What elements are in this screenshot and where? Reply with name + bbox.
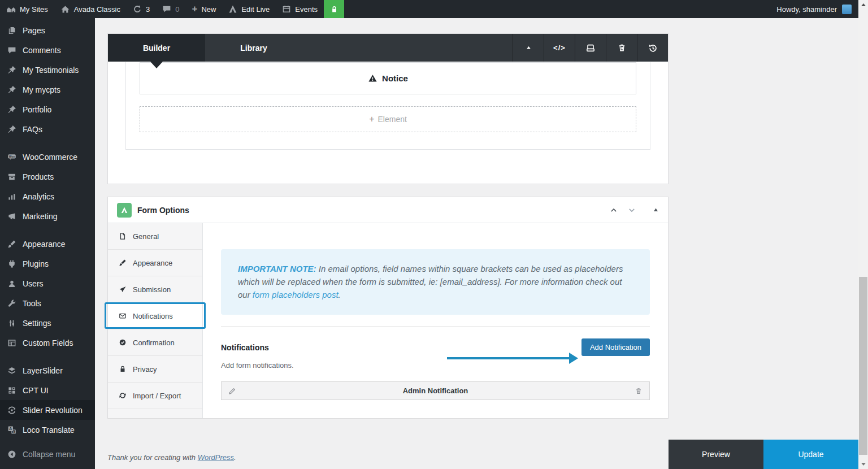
add-element-button[interactable]: + Element [140, 106, 636, 132]
move-down-button[interactable] [628, 206, 636, 214]
sidebar-item-loco-translate[interactable]: AaLoco Translate [0, 420, 95, 440]
admin-bar: My Sites Avada Classic 3 0 + New Edit Li… [0, 0, 858, 18]
sidebar-item-custom-fields[interactable]: Custom Fields [0, 333, 95, 353]
notifications-description: Add form notifications. [221, 361, 650, 370]
update-icon [133, 5, 142, 14]
page-scrollbar[interactable] [858, 0, 868, 469]
history-icon [648, 43, 658, 53]
wordpress-link[interactable]: WordPress [198, 453, 234, 462]
tab-confirmation[interactable]: Confirmation [108, 329, 202, 356]
code-icon: </> [553, 44, 566, 52]
add-notification-button[interactable]: Add Notification [581, 338, 650, 356]
admin-bar-updates[interactable]: 3 [127, 0, 156, 18]
collapse-icon [6, 450, 18, 459]
collapse-panel-button[interactable] [653, 207, 659, 213]
preview-button[interactable]: Preview [669, 440, 763, 469]
builder-toolbar: Builder Library </> [108, 34, 668, 62]
tab-label: General [133, 232, 159, 241]
form-placeholders-link[interactable]: form placeholders post [253, 290, 338, 299]
tab-import-export[interactable]: Import / Export [108, 383, 202, 409]
maintenance-lock-button[interactable] [324, 0, 344, 18]
form-options-panel: Form Options General Appearance Submissi… [107, 197, 669, 419]
products-icon [6, 172, 18, 181]
sidebar-item-users[interactable]: Users [0, 273, 95, 293]
admin-bar-my-sites[interactable]: My Sites [0, 0, 54, 18]
update-button[interactable]: Update [763, 440, 858, 469]
update-count: 3 [146, 5, 150, 14]
sidebar-item-comments[interactable]: Comments [0, 40, 95, 60]
admin-bar-new[interactable]: + New [185, 0, 222, 18]
scrollbar-up-arrow[interactable] [858, 0, 868, 10]
annotation-arrow-head [569, 353, 578, 364]
tab-library[interactable]: Library [205, 34, 302, 62]
admin-bar-edit-live[interactable]: Edit Live [222, 0, 276, 18]
tab-privacy[interactable]: Privacy [108, 356, 202, 383]
sidebar-separator [0, 226, 95, 234]
sidebar-item-analytics[interactable]: Analytics [0, 186, 95, 206]
history-button[interactable] [637, 34, 668, 62]
admin-bar-events[interactable]: Events [276, 0, 324, 18]
pin-icon [6, 105, 18, 114]
cpt-ui-grid-icon [6, 386, 18, 395]
form-options-tabs: General Appearance Submission Notificati… [108, 223, 203, 418]
users-icon [6, 279, 18, 288]
edit-pencil-icon[interactable] [228, 387, 236, 395]
tab-general[interactable]: General [108, 223, 202, 250]
sidebar-item-appearance[interactable]: Appearance [0, 234, 95, 254]
delete-button[interactable] [606, 34, 637, 62]
form-options-header: Form Options [108, 197, 668, 223]
admin-sidebar: Pages Comments My Testimonials My mycpts… [0, 18, 95, 469]
sidebar-item-cpt-ui[interactable]: CPT UI [0, 380, 95, 400]
sidebar-item-layerslider[interactable]: LayerSlider [0, 361, 95, 380]
panel-title: Form Options [137, 206, 189, 215]
sidebar-item-settings[interactable]: Settings [0, 313, 95, 333]
scrollbar-down-arrow[interactable] [858, 459, 868, 469]
collapse-sections-button[interactable] [513, 34, 544, 62]
admin-bar-account[interactable]: Howdy, shaminder [776, 5, 858, 14]
sidebar-item-plugins[interactable]: Plugins [0, 254, 95, 273]
tab-notifications[interactable]: Notifications [108, 303, 202, 329]
custom-css-button[interactable]: </> [544, 34, 575, 62]
custom-fields-icon [6, 338, 18, 348]
builder-canvas: Notice + Element [125, 62, 650, 150]
notifications-section-header: Notifications Add Notification [221, 338, 650, 356]
sidebar-item-label: CPT UI [23, 386, 49, 395]
tab-label: Notifications [133, 312, 173, 320]
sidebar-item-my-mycpts[interactable]: My mycpts [0, 80, 95, 99]
sidebar-item-collapse-menu[interactable]: Collapse menu [0, 444, 95, 464]
sidebar-item-slider-revolution[interactable]: Slider Revolution [0, 400, 95, 420]
admin-bar-site-name[interactable]: Avada Classic [54, 0, 127, 18]
scrollbar-thumb[interactable] [859, 277, 867, 455]
delete-notification-icon[interactable] [635, 387, 643, 395]
tab-appearance[interactable]: Appearance [108, 250, 202, 276]
sidebar-item-portfolio[interactable]: Portfolio [0, 99, 95, 119]
notification-row-label: Admin Notification [236, 387, 635, 395]
tab-builder-label: Builder [143, 44, 170, 53]
sidebar-item-label: Comments [23, 46, 61, 55]
tab-submission[interactable]: Submission [108, 276, 202, 303]
annotation-arrow-line [447, 357, 570, 359]
sidebar-item-tools[interactable]: Tools [0, 293, 95, 313]
wordpress-admin-screen: My Sites Avada Classic 3 0 + New Edit Li… [0, 0, 868, 469]
sidebar-item-my-testimonials[interactable]: My Testimonials [0, 60, 95, 80]
layerslider-icon [6, 366, 18, 375]
settings-icon [6, 319, 18, 328]
admin-bar-comments[interactable]: 0 [156, 0, 185, 18]
sidebar-item-label: Settings [23, 319, 51, 328]
sidebar-item-pages[interactable]: Pages [0, 20, 95, 40]
plus-icon: + [369, 115, 374, 124]
note-period: . [338, 290, 341, 299]
sidebar-item-products[interactable]: Products [0, 167, 95, 186]
footer-period: . [234, 453, 236, 462]
sidebar-item-faqs[interactable]: FAQs [0, 119, 95, 139]
sidebar-item-woocommerce[interactable]: WooWooCommerce [0, 147, 95, 167]
form-options-content: IMPORTANT NOTE: In email options, field … [203, 223, 668, 418]
sidebar-item-marketing[interactable]: Marketing [0, 206, 95, 226]
save-template-button[interactable] [575, 34, 606, 62]
tab-builder[interactable]: Builder [108, 34, 205, 62]
footer-text: Thank you for creating with [107, 453, 198, 462]
move-up-button[interactable] [610, 206, 618, 214]
plugins-icon [6, 259, 18, 268]
admin-footer: Thank you for creating with WordPress. [107, 453, 236, 462]
add-element-label: Element [377, 115, 406, 124]
